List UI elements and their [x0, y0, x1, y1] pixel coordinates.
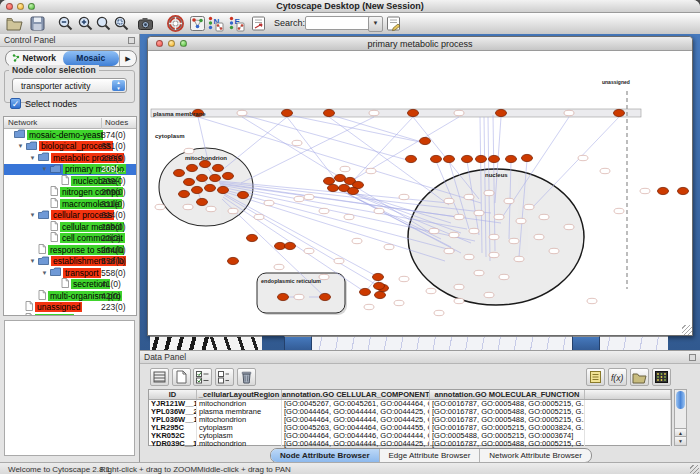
network-node-selected[interactable]	[614, 109, 625, 116]
network-node-selected[interactable]	[205, 184, 216, 191]
network-node[interactable]	[384, 244, 394, 249]
network-node[interactable]	[464, 254, 474, 259]
network-node-selected[interactable]	[374, 282, 385, 289]
tree-row[interactable]: ▼establishment of lo558(0)	[4, 256, 136, 268]
network-node[interactable]	[469, 228, 479, 233]
network-node-selected[interactable]	[506, 155, 517, 162]
zoom-in-icon[interactable]	[77, 15, 94, 32]
tree-row[interactable]: cellular metabol209(0)	[4, 221, 136, 233]
network-node[interactable]	[344, 214, 354, 219]
table-cell[interactable]: [GO:0005488, GO:0005215, GO:0003674]	[430, 432, 585, 440]
network-edge[interactable]	[223, 193, 378, 277]
network-node[interactable]	[514, 256, 524, 261]
node-color-select[interactable]: transporter activity ▲▼	[12, 78, 127, 93]
network-node-selected[interactable]	[489, 155, 500, 162]
network-node-selected[interactable]	[197, 174, 208, 181]
network-node[interactable]	[454, 214, 464, 219]
unselect-attributes-icon[interactable]	[215, 368, 234, 386]
network-window[interactable]: primary metabolic process plasma membran…	[147, 36, 693, 336]
network-node[interactable]	[304, 248, 314, 253]
network-node-selected[interactable]	[375, 291, 386, 298]
network-node-selected[interactable]	[200, 160, 211, 167]
network-node[interactable]	[516, 218, 526, 223]
tree-row[interactable]: multi-organism pro42(0)	[4, 290, 136, 302]
table-row[interactable]: YPL036W__2plasma membrane[GO:0044464, GO…	[149, 408, 671, 416]
float-panel-icon[interactable]	[689, 354, 696, 361]
network-node[interactable]	[454, 298, 464, 303]
table-cell[interactable]: mitochondrion	[197, 416, 282, 424]
table-cell[interactable]: plasma membrane	[197, 408, 282, 416]
network-node[interactable]	[484, 190, 494, 195]
table-cell[interactable]: [GO:0016787, GO:0005488, GO:0005215, G..…	[430, 416, 585, 424]
network-node-selected[interactable]	[174, 169, 185, 176]
background-window[interactable]	[210, 336, 262, 350]
network-node-selected[interactable]	[192, 186, 203, 193]
table-cell[interactable]	[585, 408, 671, 416]
table-cell[interactable]	[585, 400, 671, 408]
network-node[interactable]	[254, 214, 264, 219]
window-titlebar[interactable]: Cytoscape Desktop (New Session)	[0, 0, 700, 13]
network-node[interactable]	[294, 196, 304, 201]
network-node[interactable]	[454, 110, 464, 115]
network-node[interactable]	[640, 188, 650, 193]
network-node[interactable]	[237, 110, 247, 115]
tree-row[interactable]: ▼metabolic process280(0)	[4, 152, 136, 164]
scroll-down-icon[interactable]: ▼	[675, 436, 686, 445]
disclosure-triangle-icon[interactable]: ▼	[39, 270, 50, 276]
network-node-selected[interactable]	[278, 293, 289, 300]
table-cell[interactable]: cytoplasm	[197, 424, 282, 432]
network-node[interactable]	[334, 258, 344, 263]
network-node-selected[interactable]	[420, 137, 431, 144]
select-nodes-option[interactable]: ✓ Select nodes	[10, 98, 77, 110]
network-node[interactable]	[474, 270, 484, 275]
network-node[interactable]	[274, 264, 284, 269]
save-session-icon[interactable]	[29, 15, 46, 32]
table-cell[interactable]: [GO:0016787, GO:0005488, GO:0005215, G..…	[430, 440, 585, 448]
network-node[interactable]	[494, 214, 504, 219]
network-node[interactable]	[614, 208, 624, 213]
network-node-selected[interactable]	[373, 273, 384, 280]
network-node-selected[interactable]	[184, 178, 195, 185]
table-scrollbar[interactable]: ▲ ▼	[674, 389, 687, 446]
network-edge[interactable]	[289, 115, 425, 143]
tabs-overflow-arrow-icon[interactable]: ▶	[119, 51, 136, 66]
tree-row[interactable]: cell communicat22(0)	[4, 233, 136, 245]
network-node[interactable]	[429, 228, 439, 233]
table-cell[interactable]: [GO:0045267, GO:0045261, GO:0044464, G..…	[282, 400, 430, 408]
network-node[interactable]	[509, 238, 519, 243]
help-icon[interactable]	[167, 15, 184, 32]
table-cell[interactable]: YLR295C	[149, 424, 197, 432]
network-node[interactable]	[399, 194, 409, 199]
network-node[interactable]	[499, 274, 509, 279]
network-node-selected[interactable]	[238, 191, 249, 198]
network-node[interactable]	[444, 198, 454, 203]
birdseye-view[interactable]	[4, 320, 135, 456]
attribute-select-icon[interactable]	[150, 368, 169, 386]
network-node[interactable]	[454, 284, 464, 289]
network-edge[interactable]	[531, 117, 619, 209]
table-cell[interactable]: [GO:0016787, GO:0005488, GO:0005215, G..…	[430, 400, 585, 408]
background-window[interactable]	[284, 336, 312, 350]
table-cell[interactable]: [GO:0044464, GO:0044444, GO:0044425, G..…	[282, 416, 430, 424]
network-node-selected[interactable]	[348, 187, 359, 194]
tree-row[interactable]: response to stimulu264(0)	[4, 244, 136, 256]
delete-attribute-icon[interactable]	[237, 368, 256, 386]
tree-row[interactable]: macromolecule311(0)	[4, 198, 136, 210]
notes-icon[interactable]	[586, 368, 605, 386]
table-cell[interactable]	[585, 416, 671, 424]
network-node[interactable]	[449, 232, 459, 237]
network-node-selected[interactable]	[285, 242, 296, 249]
tab-mosaic[interactable]: Mosaic	[63, 51, 120, 66]
table-row[interactable]: YLR295Ccytoplasm[GO:0045263, GO:0044464,…	[149, 424, 671, 432]
edge-attribute-mapping-icon[interactable]: E	[228, 15, 245, 32]
tree-row[interactable]: mosaic-demo-yeast874(0)	[4, 129, 136, 141]
network-node[interactable]	[394, 300, 404, 305]
network-node-selected[interactable]	[282, 109, 293, 116]
table-cell[interactable]: [GO:0044464, GO:0044444, GO:0044425, G..…	[282, 440, 430, 448]
table-cell[interactable]: YPL036W__2	[149, 408, 197, 416]
table-cell[interactable]	[585, 424, 671, 432]
network-node[interactable]	[340, 166, 350, 171]
snapshot-icon[interactable]	[137, 15, 154, 32]
network-node-selected[interactable]	[408, 109, 419, 116]
resize-grip-icon[interactable]	[682, 325, 692, 335]
